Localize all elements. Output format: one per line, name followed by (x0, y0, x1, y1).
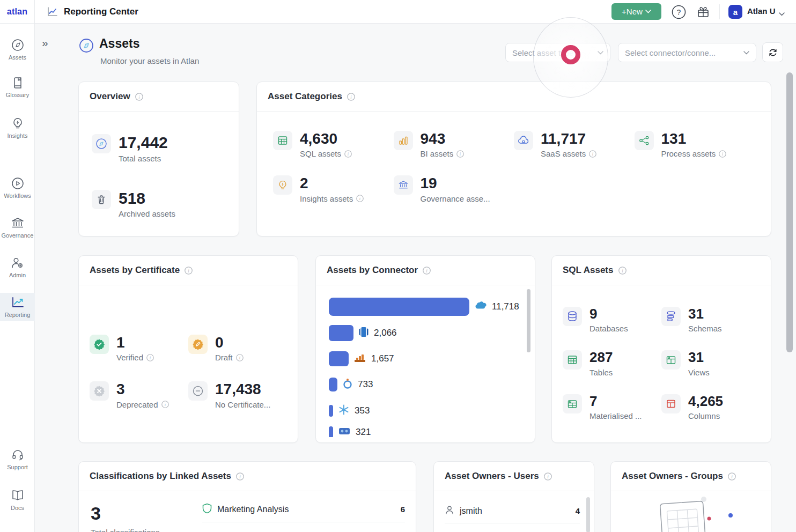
atlan-logo[interactable]: atlan (0, 0, 35, 24)
connector-select-placeholder: Select connector/conne... (625, 48, 739, 57)
refresh-icon (768, 48, 778, 57)
stat-label: Process assets (661, 149, 716, 158)
card-title: Asset Owners - Users (445, 471, 539, 482)
asset-type-select[interactable]: Select asset type (505, 43, 610, 62)
process-assets-stat: 131 Process assetsi (635, 131, 755, 158)
stat-value: 518 (119, 190, 175, 207)
minus-circle-icon (188, 381, 208, 401)
sidebar-label: Reporting (5, 312, 31, 318)
stat-value: 17,442 (119, 134, 168, 151)
svg-text:i: i (239, 474, 241, 479)
connector-select[interactable]: Select connector/conne... (618, 43, 756, 62)
info-icon[interactable]: i (544, 472, 552, 481)
bar-value: 1,657 (371, 353, 394, 364)
help-button[interactable]: ? (670, 4, 687, 20)
refresh-button[interactable] (762, 42, 783, 62)
info-icon[interactable]: i (719, 150, 726, 158)
classification-name: Marketing Analysis (217, 505, 395, 514)
info-icon[interactable]: i (728, 472, 736, 481)
info-icon[interactable]: i (185, 267, 193, 275)
bar-salesforce[interactable] (329, 298, 469, 316)
page-scrollbar[interactable] (786, 72, 793, 352)
info-icon[interactable]: i (618, 267, 627, 275)
svg-text:i: i (239, 356, 240, 360)
new-button[interactable]: +New (611, 3, 661, 20)
stat-label: Total assets (119, 154, 168, 163)
connector-bar-chart: 11,718 2,066 1,657 733 353 321 (316, 285, 535, 437)
info-icon[interactable]: i (423, 267, 431, 275)
info-icon[interactable]: i (356, 195, 364, 202)
total-classifications-value: 3 (91, 503, 101, 524)
svg-text:i: i (722, 152, 724, 157)
bar-snowflake[interactable] (329, 405, 333, 417)
info-icon[interactable]: i (161, 401, 169, 408)
app-title-group: Reporting Center (47, 0, 138, 24)
connector-bar-row[interactable]: 321 (329, 423, 517, 437)
sidebar-item-insights[interactable]: Insights (0, 114, 35, 142)
columns-stat: 4,265 Columns (661, 394, 760, 420)
sidebar-collapse-button[interactable]: » (42, 36, 47, 49)
asset-owners-users-card-header: Asset Owners - Users i (434, 462, 594, 491)
svg-text:i: i (350, 94, 352, 100)
stat-value: 1 (116, 335, 154, 350)
info-icon[interactable]: i (146, 354, 154, 361)
sidebar-item-glossary[interactable]: Glossary (0, 73, 35, 101)
card-title: Asset Owners - Groups (622, 471, 723, 482)
bar-connector[interactable] (329, 426, 333, 437)
info-icon[interactable]: i (347, 93, 355, 101)
bank-icon (394, 175, 413, 195)
view-icon (661, 350, 681, 370)
sidebar-label: Insights (8, 132, 28, 139)
card-title: Assets by Connector (327, 265, 418, 276)
materialised-view-icon (563, 394, 582, 413)
bar-value: 733 (358, 379, 373, 390)
sidebar-label: Admin (9, 272, 26, 278)
info-icon[interactable]: i (456, 150, 464, 158)
users-list-scrollbar[interactable] (586, 497, 590, 532)
connector-bar-row[interactable]: 11,718 (329, 298, 517, 316)
info-icon[interactable]: i (135, 93, 143, 101)
sidebar-item-docs[interactable]: Docs (0, 486, 35, 514)
trash-icon (92, 190, 111, 209)
info-icon[interactable]: i (589, 150, 596, 158)
gift-button[interactable] (695, 4, 711, 20)
svg-text:i: i (164, 403, 166, 408)
info-icon[interactable]: i (236, 472, 244, 481)
classification-list: Marketing Analysis 6 (202, 497, 405, 522)
sidebar-item-support[interactable]: Support (0, 445, 35, 474)
stat-label: SQL assets (300, 149, 341, 158)
sidebar-item-assets[interactable]: Assets (0, 35, 35, 64)
sidebar-item-reporting[interactable]: Reporting (0, 293, 35, 321)
bar-value: 11,718 (492, 301, 519, 312)
classification-count: 6 (401, 505, 405, 514)
connector-bar-row[interactable]: 2,066 (329, 324, 517, 342)
info-icon[interactable]: i (344, 150, 352, 158)
connector-bar-row[interactable]: 1,657 (329, 350, 517, 368)
avatar-letter: a (733, 8, 738, 17)
info-icon[interactable]: i (236, 354, 244, 361)
user-avatar[interactable]: a (728, 5, 742, 19)
views-stat: 31 Views (661, 350, 760, 376)
sidebar-item-governance[interactable]: Governance (0, 213, 35, 242)
stat-label: Databases (589, 324, 628, 333)
bulb-icon (273, 175, 292, 195)
stat-value: 0 (215, 335, 244, 350)
assets-by-connector-card-header: Assets by Connector i (316, 256, 535, 285)
classification-row[interactable]: Marketing Analysis 6 (202, 497, 405, 522)
user-owner-row[interactable]: jsmith 4 (445, 499, 580, 523)
user-name[interactable]: Atlan U (747, 6, 776, 16)
sidebar-item-workflows[interactable]: Workflows (0, 174, 35, 202)
archived-assets-stat: 518 Archived assets (92, 190, 226, 219)
bar-orange-connector[interactable] (329, 351, 349, 366)
connector-chart-scrollbar[interactable] (527, 289, 530, 352)
assets-compass-icon (79, 38, 94, 55)
connector-bar-row[interactable]: 733 (329, 375, 517, 394)
user-menu-chevron-icon[interactable] (779, 9, 785, 18)
connector-bar-row[interactable]: 353 (329, 402, 517, 420)
sidebar-item-admin[interactable]: Admin (0, 253, 35, 282)
stat-value: 943 (421, 131, 465, 146)
bar-ring-connector[interactable] (329, 378, 337, 391)
bar-redshift[interactable] (329, 325, 353, 341)
svg-text:i: i (592, 152, 594, 157)
open-book-icon (11, 489, 25, 502)
